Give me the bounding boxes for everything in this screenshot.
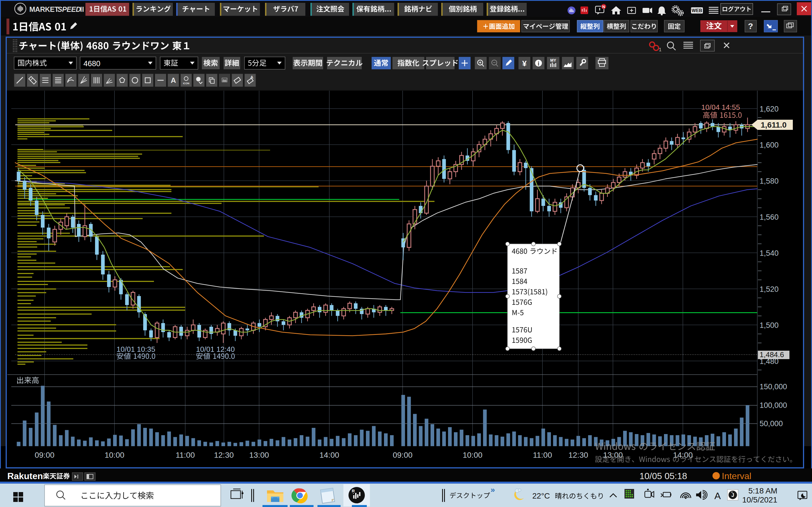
svg-text:J: J xyxy=(731,492,734,498)
svg-text:13:00: 13:00 xyxy=(249,451,269,459)
svg-text:100,000: 100,000 xyxy=(760,401,787,409)
svg-text:09:00: 09:00 xyxy=(35,451,54,459)
svg-text:¥: ¥ xyxy=(522,59,527,68)
svg-text:10/05 05:18: 10/05 05:18 xyxy=(640,471,687,481)
svg-text:A: A xyxy=(714,490,721,501)
svg-text:Interval: Interval xyxy=(722,471,751,481)
svg-text:12:30: 12:30 xyxy=(568,451,588,459)
svg-text:4680: 4680 xyxy=(84,59,100,68)
svg-text:10:00: 10:00 xyxy=(463,451,483,459)
svg-text:Rakuten: Rakuten xyxy=(7,471,43,481)
svg-text:?: ? xyxy=(748,21,753,31)
svg-text:1,500: 1,500 xyxy=(760,321,779,330)
svg-text:12:30: 12:30 xyxy=(214,451,234,459)
svg-text:ICON: ICON xyxy=(183,82,190,85)
svg-text:II: II xyxy=(80,5,84,13)
svg-text:MARKET: MARKET xyxy=(29,5,59,13)
svg-text:10/5/2021: 10/5/2021 xyxy=(742,496,777,504)
svg-text:11:00: 11:00 xyxy=(533,451,552,459)
svg-text:14:00: 14:00 xyxy=(319,451,339,459)
svg-text:1,580: 1,580 xyxy=(760,177,779,185)
svg-text:50,000: 50,000 xyxy=(760,419,783,428)
svg-text:1,600: 1,600 xyxy=(760,141,779,149)
svg-text:150,000: 150,000 xyxy=(760,383,787,391)
svg-text:A: A xyxy=(170,76,176,84)
svg-text:1,620: 1,620 xyxy=(760,105,779,113)
svg-text:MY: MY xyxy=(550,58,557,62)
svg-text:R: R xyxy=(352,489,355,493)
svg-text:1,560: 1,560 xyxy=(760,213,779,221)
svg-text:1: 1 xyxy=(659,47,661,52)
svg-text:10/01 10:35: 10/01 10:35 xyxy=(116,345,155,353)
svg-text:10/01 12:40: 10/01 12:40 xyxy=(196,345,235,353)
svg-text:A: A xyxy=(250,75,253,79)
svg-text:SPEED: SPEED xyxy=(57,5,81,13)
svg-text:1,520: 1,520 xyxy=(760,285,779,293)
svg-text:1,611.0: 1,611.0 xyxy=(761,121,786,129)
svg-text:10/04 14:55: 10/04 14:55 xyxy=(701,103,740,112)
svg-text:5:18 AM: 5:18 AM xyxy=(748,487,777,495)
svg-text:i: i xyxy=(538,60,539,67)
svg-text:WEB: WEB xyxy=(692,8,702,13)
svg-text:1,484.6: 1,484.6 xyxy=(760,350,784,359)
svg-text:N: N xyxy=(602,4,605,9)
svg-text:22°C: 22°C xyxy=(532,492,550,500)
svg-text:09:00: 09:00 xyxy=(393,451,412,459)
svg-text:1,540: 1,540 xyxy=(760,249,779,258)
svg-text:»: » xyxy=(491,485,495,494)
svg-text:11:00: 11:00 xyxy=(175,451,195,459)
svg-text:10:00: 10:00 xyxy=(105,451,124,459)
